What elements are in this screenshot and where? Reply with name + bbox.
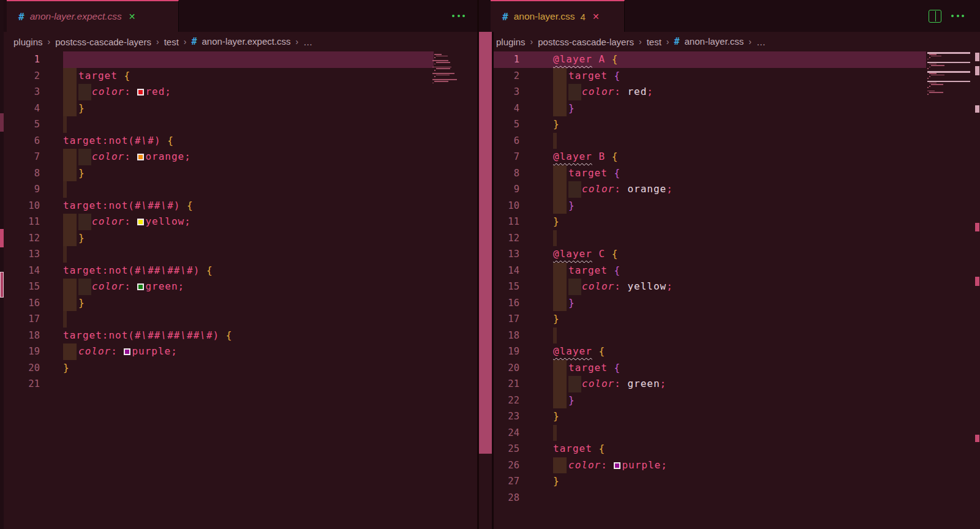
line-number[interactable]: 13 (491, 246, 549, 263)
line-number[interactable]: 25 (491, 441, 549, 457)
code-line-10[interactable]: 10target:not(#\##\#) { (4, 198, 434, 214)
line-number[interactable]: 20 (4, 360, 59, 377)
code-line-18[interactable]: 18target:not(#\##\##\##\#) { (4, 328, 434, 344)
code-line-20[interactable]: 20} (4, 360, 434, 377)
line-number[interactable]: 10 (491, 198, 549, 214)
code-line-16[interactable]: 16} (491, 295, 926, 312)
code-line-24[interactable]: 24 (491, 425, 926, 441)
line-number[interactable]: 4 (491, 100, 549, 117)
line-number[interactable]: 21 (491, 376, 549, 392)
line-number[interactable]: 2 (491, 68, 549, 84)
line-number[interactable]: 10 (4, 198, 59, 214)
code-line-21[interactable]: 21color: green; (491, 376, 926, 392)
line-number[interactable]: 19 (491, 343, 549, 360)
color-swatch-decorator[interactable] (137, 154, 144, 160)
editor-group-sash[interactable] (479, 32, 492, 454)
line-number[interactable]: 11 (4, 214, 59, 230)
breadcrumb-item-test[interactable]: test (647, 37, 662, 47)
code-line-17[interactable]: 17} (491, 311, 926, 328)
breadcrumb-item-anon-layer-expect-css[interactable]: #anon-layer.expect.css (191, 36, 290, 47)
color-swatch-decorator[interactable] (137, 219, 144, 225)
line-number[interactable]: 5 (491, 116, 549, 133)
breadcrumb-item-anon-layer-css[interactable]: #anon-layer.css (674, 36, 744, 47)
line-number[interactable]: 9 (491, 181, 549, 198)
code-line-5[interactable]: 5 (4, 116, 434, 133)
line-number[interactable]: 19 (4, 343, 59, 360)
breadcrumb-item-postcss-cascade-layers[interactable]: postcss-cascade-layers (538, 37, 634, 47)
more-actions-icon[interactable] (951, 15, 964, 17)
code-line-23[interactable]: 23} (491, 408, 926, 425)
line-number[interactable]: 8 (491, 165, 549, 182)
line-number[interactable]: 27 (491, 473, 549, 490)
code-line-6[interactable]: 6target:not(#\#) { (4, 133, 434, 149)
code-line-7[interactable]: 7color: orange; (4, 149, 434, 165)
minimap[interactable] (927, 52, 970, 97)
split-editor-icon[interactable] (929, 10, 941, 23)
breadcrumb-item-plugins[interactable]: plugins (496, 37, 526, 47)
line-number[interactable]: 12 (491, 230, 549, 247)
code-line-16[interactable]: 16} (4, 295, 434, 312)
tab-anon-layer-css[interactable]: # anon-layer.css 4 ✕ (491, 0, 625, 32)
code-line-7[interactable]: 7@layer B { (491, 149, 926, 165)
more-actions-icon[interactable] (452, 15, 465, 17)
line-number[interactable]: 17 (4, 311, 59, 328)
line-number[interactable]: 24 (491, 425, 549, 441)
code-line-22[interactable]: 22} (491, 392, 926, 409)
color-swatch-decorator[interactable] (137, 89, 144, 96)
line-number[interactable]: 17 (491, 311, 549, 328)
code-line-9[interactable]: 9 (4, 181, 434, 198)
code-line-5[interactable]: 5} (491, 116, 926, 133)
line-number[interactable]: 7 (491, 149, 549, 165)
code-line-4[interactable]: 4} (4, 100, 434, 117)
line-number[interactable]: 14 (491, 263, 549, 279)
line-number[interactable]: 14 (4, 263, 59, 279)
line-number[interactable]: 2 (4, 68, 59, 84)
line-number[interactable]: 4 (4, 100, 59, 117)
code-line-18[interactable]: 18 (491, 328, 926, 344)
code-line-26[interactable]: 26color: purple; (491, 457, 926, 474)
code-line-10[interactable]: 10} (491, 198, 926, 214)
code-editor[interactable]: 1@layer A {2target {3color: red;4}5}67@l… (491, 51, 926, 506)
code-line-13[interactable]: 13@layer C { (491, 246, 926, 263)
code-editor[interactable]: 12target {3color: red;4}56target:not(#\#… (4, 51, 434, 392)
breadcrumb-item-test[interactable]: test (164, 37, 179, 47)
line-number[interactable]: 22 (491, 392, 549, 409)
code-line-3[interactable]: 3color: red; (491, 84, 926, 100)
code-line-3[interactable]: 3color: red; (4, 84, 434, 100)
breadcrumb-more[interactable]: … (303, 37, 312, 47)
close-tab-icon[interactable]: ✕ (592, 12, 600, 21)
code-line-28[interactable]: 28 (491, 490, 926, 506)
minimap[interactable] (432, 52, 466, 85)
color-swatch-decorator[interactable] (124, 348, 130, 355)
line-number[interactable]: 23 (491, 408, 549, 425)
line-number[interactable]: 5 (4, 116, 59, 133)
code-line-14[interactable]: 14target:not(#\##\##\#) { (4, 263, 434, 279)
code-line-1[interactable]: 1 (4, 51, 434, 68)
code-line-20[interactable]: 20target { (491, 360, 926, 377)
code-line-2[interactable]: 2target { (4, 68, 434, 84)
line-number[interactable]: 20 (491, 360, 549, 377)
line-number[interactable]: 1 (4, 51, 59, 68)
code-line-17[interactable]: 17 (4, 311, 434, 328)
code-line-19[interactable]: 19@layer { (491, 343, 926, 360)
line-number[interactable]: 15 (491, 279, 549, 295)
line-number[interactable]: 3 (4, 84, 59, 100)
code-line-6[interactable]: 6 (491, 133, 926, 149)
line-number[interactable]: 16 (491, 295, 549, 312)
line-number[interactable]: 21 (4, 376, 59, 392)
code-line-13[interactable]: 13 (4, 246, 434, 263)
breadcrumb-item-postcss-cascade-layers[interactable]: postcss-cascade-layers (55, 37, 151, 47)
code-line-4[interactable]: 4} (491, 100, 926, 117)
line-number[interactable]: 3 (491, 84, 549, 100)
code-line-14[interactable]: 14target { (491, 263, 926, 279)
line-number[interactable]: 13 (4, 246, 59, 263)
code-line-9[interactable]: 9color: orange; (491, 181, 926, 198)
code-line-27[interactable]: 27} (491, 473, 926, 490)
line-number[interactable]: 18 (4, 328, 59, 344)
code-line-15[interactable]: 15color: yellow; (491, 279, 926, 295)
line-number[interactable]: 7 (4, 149, 59, 165)
code-line-12[interactable]: 12} (4, 230, 434, 247)
line-number[interactable]: 9 (4, 181, 59, 198)
line-number[interactable]: 15 (4, 279, 59, 295)
code-line-19[interactable]: 19color: purple; (4, 343, 434, 360)
